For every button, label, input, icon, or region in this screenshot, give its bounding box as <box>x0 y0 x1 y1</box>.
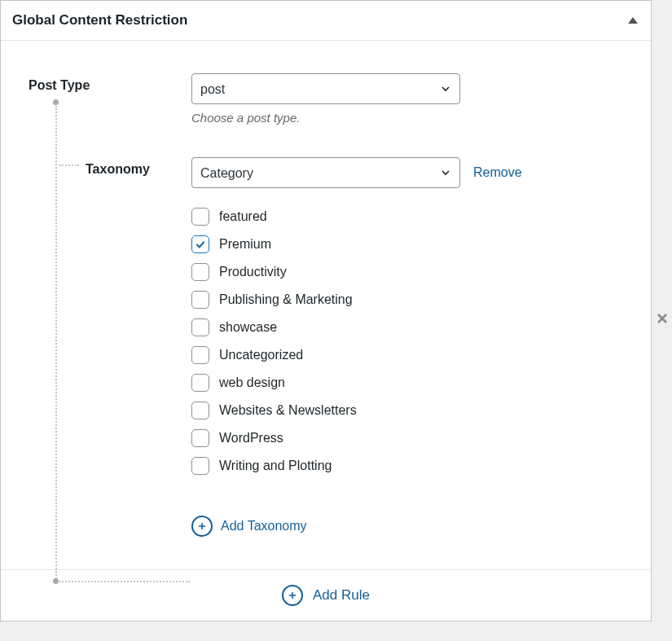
post-type-label: Post Type <box>29 73 191 93</box>
global-restriction-panel: Global Content Restriction Post Type pos… <box>0 0 652 621</box>
taxonomy-label: Taxonomy <box>29 157 191 177</box>
taxonomy-term[interactable]: Uncategorized <box>191 346 602 364</box>
taxonomy-term-label: Websites & Newsletters <box>219 403 357 418</box>
close-icon <box>654 310 670 327</box>
panel-header[interactable]: Global Content Restriction <box>1 1 651 41</box>
taxonomy-field: Category Remove featuredPremiumProductiv… <box>191 157 602 537</box>
taxonomy-row: Taxonomy Category Remove featured <box>29 157 602 537</box>
checkbox[interactable] <box>191 346 209 364</box>
add-taxonomy-label: Add Taxonomy <box>221 519 307 533</box>
taxonomy-term[interactable]: Publishing & Marketing <box>191 291 602 309</box>
taxonomy-term[interactable]: WordPress <box>191 429 602 447</box>
plus-circle-icon <box>282 585 303 606</box>
post-type-select[interactable]: post <box>191 73 460 104</box>
remove-taxonomy-link[interactable]: Remove <box>473 165 522 180</box>
checkbox[interactable] <box>191 263 209 281</box>
checkbox[interactable] <box>191 457 209 475</box>
plus-circle-icon <box>191 516 213 537</box>
checkbox[interactable] <box>191 402 209 419</box>
taxonomy-term[interactable]: Websites & Newsletters <box>191 402 602 419</box>
taxonomy-term[interactable]: Writing and Plotting <box>191 457 602 475</box>
post-type-field: post Choose a post type. <box>191 73 602 125</box>
taxonomy-term-label: web design <box>219 375 285 390</box>
checkbox[interactable] <box>191 208 209 226</box>
taxonomy-term-label: Writing and Plotting <box>219 459 332 473</box>
taxonomy-term-label: Productivity <box>219 265 287 279</box>
taxonomy-term-label: Premium <box>219 237 271 252</box>
add-taxonomy-button[interactable]: Add Taxonomy <box>191 516 602 537</box>
post-type-row: Post Type post Choose a post type. <box>29 73 602 125</box>
post-type-helper: Choose a post type. <box>191 111 602 125</box>
remove-rule-button[interactable] <box>654 310 670 330</box>
add-rule-label: Add Rule <box>313 587 370 604</box>
collapse-icon <box>628 17 638 24</box>
taxonomy-term-label: WordPress <box>219 431 283 446</box>
panel-title: Global Content Restriction <box>12 12 187 29</box>
taxonomy-term[interactable]: Productivity <box>191 263 602 281</box>
taxonomy-term-label: Uncategorized <box>219 348 303 362</box>
checkbox[interactable] <box>191 235 209 253</box>
checkbox[interactable] <box>191 291 209 309</box>
post-type-select-wrap: post <box>191 73 460 104</box>
taxonomy-term-label: Publishing & Marketing <box>219 292 353 307</box>
taxonomy-select[interactable]: Category <box>191 157 460 188</box>
checkbox[interactable] <box>191 429 209 447</box>
taxonomy-term-label: featured <box>219 209 267 224</box>
checkbox[interactable] <box>191 374 209 392</box>
checkbox[interactable] <box>191 318 209 336</box>
panel-body: Post Type post Choose a post type. Taxon… <box>1 41 651 569</box>
taxonomy-select-wrap: Category <box>191 157 460 188</box>
taxonomy-term[interactable]: Premium <box>191 235 602 253</box>
taxonomy-term[interactable]: showcase <box>191 318 602 336</box>
taxonomy-term[interactable]: web design <box>191 374 602 392</box>
taxonomy-term-list: featuredPremiumProductivityPublishing & … <box>191 208 602 475</box>
taxonomy-term-label: showcase <box>219 320 277 335</box>
taxonomy-term[interactable]: featured <box>191 208 602 226</box>
add-rule-button[interactable]: Add Rule <box>1 569 651 621</box>
